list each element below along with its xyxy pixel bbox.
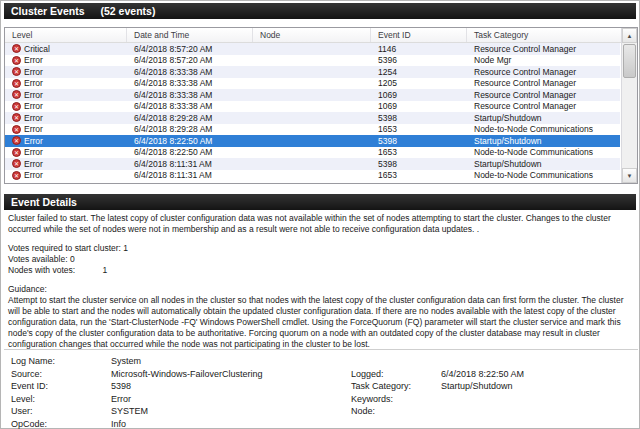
guidance-text: Attempt to start the cluster service on … (8, 295, 634, 350)
cell-event_id: 1653 (371, 124, 467, 134)
cell-event_id: 1653 (371, 147, 467, 157)
details-title: Event Details (11, 196, 77, 208)
level-text: Error (24, 124, 43, 134)
critical-icon: ✕ (12, 44, 21, 53)
cell-event_id: 1069 (371, 90, 467, 100)
field-value: 6/4/2018 8:22:50 AM (441, 369, 638, 379)
cell-datetime: 6/4/2018 8:11:31 AM (127, 159, 253, 169)
vote-value: 0 (70, 254, 75, 264)
field-label: Source: (11, 369, 111, 379)
event-count: (52 events) (101, 5, 156, 17)
cell-task_category: Node-to-Node Communications (467, 170, 620, 180)
event-row[interactable]: ✕Error6/4/2018 8:33:38 AM1069Resource Co… (5, 101, 620, 113)
cell-level: ✕Error (5, 159, 127, 169)
level-text: Error (24, 55, 43, 65)
cell-event_id: 5396 (371, 55, 467, 65)
field-label: Task Category: (351, 381, 441, 391)
event-row[interactable]: ✕Error6/4/2018 8:11:31 AM5398Startup/Shu… (5, 158, 620, 170)
event-row[interactable]: ✕Error6/4/2018 8:11:31 AM1653Node-to-Nod… (5, 170, 620, 182)
event-row[interactable]: ✕Error6/4/2018 8:22:50 AM1653Node-to-Nod… (5, 147, 620, 159)
level-text: Error (24, 136, 43, 146)
cell-level: ✕Error (5, 67, 127, 77)
field-label: OpCode: (11, 419, 111, 429)
cell-event_id: 5398 (371, 159, 467, 169)
cell-datetime: 6/4/2018 8:57:20 AM (127, 44, 253, 54)
cell-level: ✕Error (5, 136, 127, 146)
error-icon: ✕ (12, 125, 21, 134)
cell-datetime: 6/4/2018 8:29:28 AM (127, 113, 253, 123)
vote-label: Votes available: (8, 254, 68, 264)
cell-datetime: 6/4/2018 8:57:20 AM (127, 55, 253, 65)
cell-datetime: 6/4/2018 8:22:50 AM (127, 147, 253, 157)
error-icon: ✕ (12, 90, 21, 99)
error-icon: ✕ (12, 113, 21, 122)
guidance-label: Guidance: (8, 284, 634, 295)
level-text: Error (24, 78, 43, 88)
cell-level: ✕Error (5, 55, 127, 65)
event-row[interactable]: ✕Error6/4/2018 8:29:28 AM5398Startup/Shu… (5, 112, 620, 124)
cell-level: ✕Error (5, 170, 127, 180)
event-row[interactable]: ✕Error6/4/2018 8:33:38 AM1205Resource Co… (5, 78, 620, 90)
event-row[interactable]: ✕Error6/4/2018 8:33:38 AM1254Resource Co… (5, 66, 620, 78)
column-header-level[interactable]: Level (5, 28, 127, 42)
field-value: Startup/Shutdown (441, 381, 638, 391)
cell-datetime: 6/4/2018 8:29:28 AM (127, 124, 253, 134)
event-row[interactable]: ✕Error6/4/2018 8:33:38 AM1069Resource Co… (5, 89, 620, 101)
event-row[interactable]: ✕Error6/4/2018 8:22:50 AM5398Startup/Shu… (5, 135, 620, 147)
event-row[interactable]: ✕Error6/4/2018 8:57:20 AM5396Node Mgr (5, 55, 620, 67)
cell-task_category: Startup/Shutdown (467, 113, 620, 123)
vote-label: Nodes with votes: (8, 265, 100, 276)
cell-event_id: 1205 (371, 78, 467, 88)
scroll-thumb[interactable] (623, 44, 636, 78)
cell-task_category: Node Mgr (467, 55, 620, 65)
cluster-events-title-bar: Cluster Events (52 events) (4, 3, 636, 19)
field-label: Logged: (351, 369, 441, 379)
cell-level: ✕Error (5, 101, 127, 111)
event-details-body: Cluster failed to start. The latest copy… (8, 213, 634, 350)
event-row[interactable]: ✕Critical6/4/2018 8:57:20 AM1146Resource… (5, 43, 620, 55)
votes-block: Votes required to start cluster: 1Votes … (8, 243, 634, 276)
vote-line: Votes required to start cluster: 1 (8, 243, 634, 254)
cell-level: ✕Error (5, 90, 127, 100)
cell-datetime: 6/4/2018 8:33:38 AM (127, 67, 253, 77)
cell-level: ✕Error (5, 113, 127, 123)
cell-datetime: 6/4/2018 8:22:50 AM (127, 136, 253, 146)
vote-label: Votes required to start cluster: (8, 243, 121, 253)
level-text: Error (24, 170, 43, 180)
field-value: Microsoft-Windows-FailoverClustering (111, 369, 351, 379)
column-header-event-id[interactable]: Event ID (371, 28, 467, 42)
error-icon: ✕ (12, 56, 21, 65)
cell-task_category: Resource Control Manager (467, 44, 620, 54)
field-label: User: (11, 406, 111, 416)
level-text: Error (24, 147, 43, 157)
column-header-node[interactable]: Node (253, 28, 371, 42)
level-text: Error (24, 101, 43, 111)
error-icon: ✕ (12, 171, 21, 180)
error-icon: ✕ (12, 102, 21, 111)
cell-level: ✕Error (5, 124, 127, 134)
field-row: Log Name:System (11, 355, 638, 368)
event-description: Cluster failed to start. The latest copy… (8, 213, 634, 235)
field-value: Info (111, 419, 351, 429)
field-row: Source:Microsoft-Windows-FailoverCluster… (11, 368, 638, 381)
level-text: Error (24, 159, 43, 169)
field-row: User:SYSTEMNode: (11, 405, 638, 418)
field-value: SYSTEM (111, 406, 351, 416)
column-header-date-and-time[interactable]: Date and Time (127, 28, 253, 42)
cell-task_category: Resource Control Manager (467, 101, 620, 111)
cell-datetime: 6/4/2018 8:33:38 AM (127, 90, 253, 100)
scroll-down-icon[interactable]: ▼ (622, 168, 637, 183)
panel-title: Cluster Events (11, 5, 85, 17)
field-label: Event ID: (11, 381, 111, 391)
column-header-task-category[interactable]: Task Category (467, 28, 620, 42)
vertical-scrollbar[interactable]: ▲ ▼ (621, 28, 637, 183)
field-row: Level:ErrorKeywords: (11, 393, 638, 406)
cell-datetime: 6/4/2018 8:33:38 AM (127, 78, 253, 88)
table-header-row: LevelDate and TimeNodeEvent IDTask Categ… (5, 28, 637, 43)
event-row[interactable]: ✕Error6/4/2018 8:29:28 AM1653Node-to-Nod… (5, 124, 620, 136)
scroll-up-icon[interactable]: ▲ (622, 28, 637, 43)
table-body: ✕Critical6/4/2018 8:57:20 AM1146Resource… (5, 43, 620, 181)
cell-task_category: Node-to-Node Communications (467, 147, 620, 157)
level-text: Critical (24, 44, 50, 54)
field-value: System (111, 356, 351, 366)
